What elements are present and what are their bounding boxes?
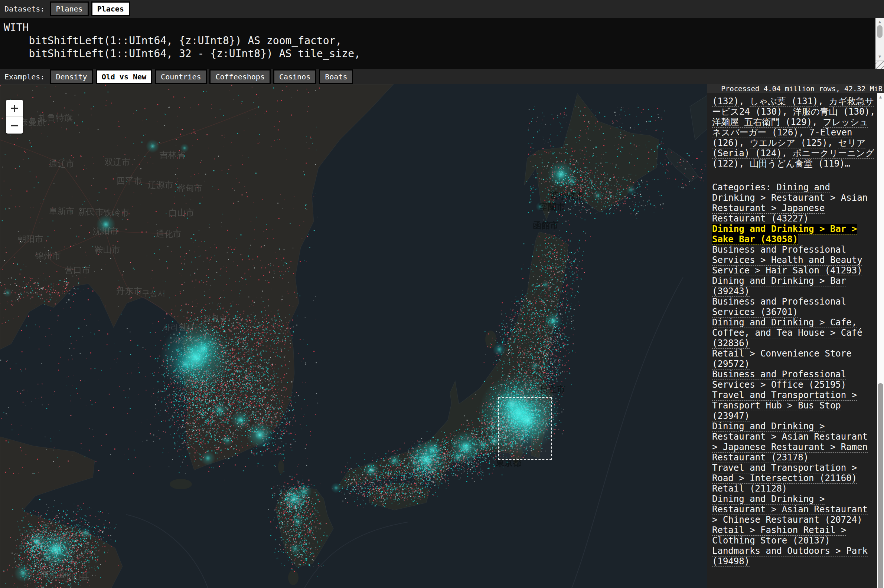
name-link[interactable]: しゃぶ葉 (131)	[750, 96, 818, 106]
category-link[interactable]: Travel and Transportation > Transport Hu…	[712, 390, 857, 421]
example-button-casinos[interactable]: Casinos	[273, 69, 316, 84]
sql-editor-text[interactable]: WITH bitShiftLeft(1::UInt64, {z:UInt8}) …	[0, 18, 884, 69]
editor-scroll-up-icon[interactable]: ▲	[875, 18, 884, 24]
query-status-text: Processed 4.04 million rows, 42.32 MiB	[721, 85, 884, 93]
map-canvas-area[interactable]: 扎鲁特旗奈曼旗通辽市双辽市吉林省四平市辽源市桦甸市阜新市新民市铁岭市白山市沈阳市…	[0, 84, 707, 588]
name-link[interactable]: 洋服の青山 (130)	[793, 106, 870, 117]
category-link[interactable]: Dining and Drinking > Bar (39243)	[712, 276, 846, 296]
editor-scroll-down-icon[interactable]: ▼	[875, 53, 884, 59]
name-link[interactable]: (132)	[712, 96, 739, 106]
example-button-coffeeshops[interactable]: Coffeeshops	[209, 69, 270, 84]
zoom-out-button[interactable]: −	[6, 117, 23, 134]
example-button-countries[interactable]: Countries	[155, 69, 207, 84]
example-button-boats[interactable]: Boats	[319, 69, 353, 84]
dataset-button-places[interactable]: Places	[91, 2, 130, 16]
map-selection-rectangle[interactable]	[498, 398, 552, 460]
example-button-old-vs-new[interactable]: Old vs New	[96, 69, 152, 84]
map-zoom-control: + −	[6, 100, 23, 134]
results-sidebar: (132), しゃぶ葉 (131), カギ救急サービス24 (130), 洋服の…	[707, 93, 877, 588]
page-scrollbar[interactable]: ▲	[877, 93, 884, 588]
category-link[interactable]: Retail > Convenience Store (29572)	[712, 348, 852, 369]
dataset-button-planes[interactable]: Planes	[50, 2, 89, 16]
example-button-density[interactable]: Density	[50, 69, 93, 84]
name-link[interactable]: 山田うどん食堂 (119)	[750, 158, 845, 169]
categories-list: Categories: Dining and Drinking > Restau…	[712, 182, 875, 567]
examples-bar: Examples: Density Old vs New Countries C…	[0, 69, 884, 84]
examples-label: Examples:	[5, 72, 45, 81]
category-link[interactable]: Business and Professional Services > Hea…	[712, 244, 863, 276]
category-link[interactable]: Retail > Fashion Retail > Clothing Store…	[712, 525, 846, 546]
category-link[interactable]: Business and Professional Services > Off…	[712, 369, 846, 390]
map-dots-layer[interactable]	[0, 84, 707, 588]
category-link[interactable]: Travel and Transportation > Road > Inter…	[712, 463, 857, 483]
category-link[interactable]: Retail (21128)	[712, 483, 787, 494]
categories-label: Categories:	[712, 182, 776, 192]
zoom-in-button[interactable]: +	[6, 100, 23, 117]
page-scroll-thumb[interactable]	[878, 383, 883, 588]
name-link[interactable]: ウエルシア (125)	[750, 138, 828, 148]
query-status-bar: Processed 4.04 million rows, 42.32 MiB	[707, 84, 884, 93]
category-link[interactable]: Dining and Drinking > Restaurant > Asian…	[712, 421, 867, 463]
datasets-label: Datasets:	[5, 4, 45, 14]
editor-scrollbar[interactable]: ▲ ▼	[875, 18, 884, 69]
sql-editor[interactable]: WITH bitShiftLeft(1::UInt64, {z:UInt8}) …	[0, 18, 884, 69]
category-link[interactable]: Business and Professional Services (3670…	[712, 296, 846, 317]
name-link[interactable]: 洋麺屋 五右衛門 (129)	[712, 117, 812, 127]
editor-scroll-thumb[interactable]	[877, 25, 882, 38]
category-link[interactable]: Dining and Drinking > Cafe, Coffee, and …	[712, 317, 863, 348]
category-link[interactable]: Landmarks and Outdoors > Park (19498)	[712, 546, 867, 567]
datasets-bar: Datasets: Planes Places	[0, 0, 884, 18]
editor-resize-grip-icon[interactable]	[875, 60, 884, 69]
category-link-highlighted[interactable]: Dining and Drinking > Bar > Sake Bar (43…	[712, 224, 857, 244]
category-link[interactable]: Dining and Drinking > Restaurant > Asian…	[712, 494, 867, 525]
page-scroll-up-icon[interactable]: ▲	[877, 94, 884, 100]
top-names-list: (132), しゃぶ葉 (131), カギ救急サービス24 (130), 洋服の…	[712, 96, 875, 169]
